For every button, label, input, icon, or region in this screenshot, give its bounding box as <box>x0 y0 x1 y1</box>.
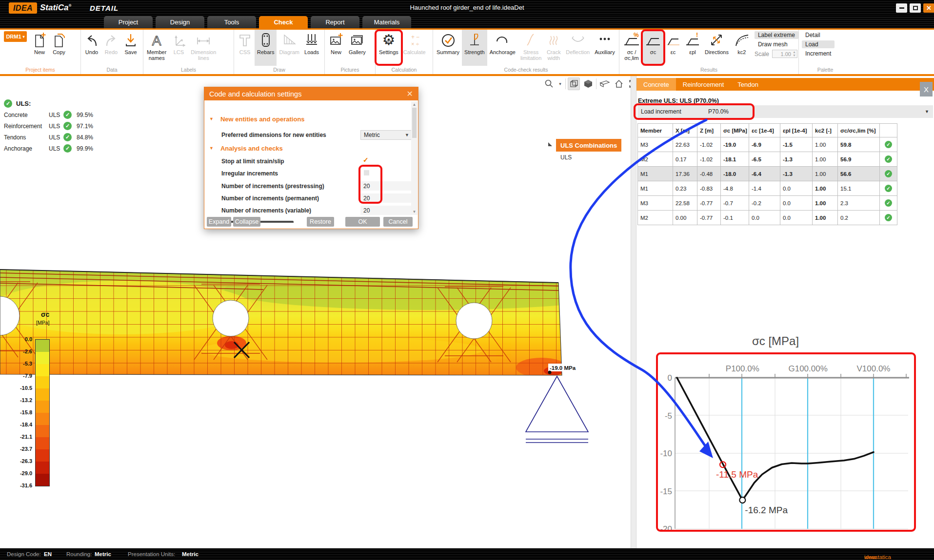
summary-row-anchorage[interactable]: AnchorageULS ✓99.9% <box>4 144 106 153</box>
group-code-check: Summary Strength Anchorage Stress limita… <box>433 30 619 74</box>
ribbon-item-undo[interactable]: Undo <box>82 30 101 66</box>
uls-combinations-badge[interactable]: ULS Combinations <box>556 139 621 152</box>
collapse-button[interactable]: Collapse <box>233 217 260 227</box>
expand-triangle-icon[interactable] <box>548 142 552 146</box>
table-cell: 0.2 <box>838 211 880 225</box>
tab-tools[interactable]: Tools <box>207 16 256 28</box>
fit-view-button[interactable] <box>627 77 631 90</box>
ribbon-item-member-names[interactable]: A Member names <box>144 30 169 66</box>
maximize-button[interactable] <box>910 3 921 13</box>
cancel-button[interactable]: Cancel <box>383 217 413 227</box>
section-analysis-checks[interactable]: ▼Analysis and checks <box>209 145 283 152</box>
palette-increment[interactable]: Increment <box>802 50 835 58</box>
ribbon-item-css[interactable]: CSS <box>235 30 255 66</box>
table-row[interactable]: M10.23-0.83-4.8-1.40.01.0015.1✓ <box>638 181 897 196</box>
scale-unit: [MPa] <box>36 320 50 326</box>
ribbon-item-crack-width[interactable]: Crack width <box>544 30 563 66</box>
ribbon-item-dimension-lines[interactable]: Dimension lines <box>188 30 219 66</box>
ribbon-item-stress-limitation[interactable]: Stress limitation <box>518 30 544 66</box>
tab-check[interactable]: Check <box>259 16 308 28</box>
zoom-dropdown[interactable]: ▾ <box>557 77 563 90</box>
ribbon-item-settings[interactable]: ⚙</> Settings <box>377 30 401 66</box>
restore-button[interactable]: Restore <box>307 217 334 227</box>
ribbon-item-loads[interactable]: Loads <box>302 30 321 66</box>
table-cell: 2.3 <box>838 196 880 211</box>
irregular-increments-checkbox[interactable] <box>364 170 369 175</box>
ribbon-item-new[interactable]: New <box>30 30 49 66</box>
tab-tendon[interactable]: Tendon <box>731 78 765 91</box>
ribbon-item-kc2[interactable]: kc2 <box>731 30 753 66</box>
ribbon-item-sigma-c[interactable]: σc <box>643 30 663 66</box>
table-cell: 56.6 <box>838 167 880 181</box>
table-row[interactable]: M322.63-1.02-19.0-6.9-1.51.0059.8✓ <box>638 137 897 152</box>
tab-project[interactable]: Project <box>104 16 153 28</box>
ribbon-item-auxiliary[interactable]: Auxiliary <box>592 30 617 66</box>
ribbon-item-strength[interactable]: Strength <box>462 30 487 66</box>
table-row[interactable]: M20.00-0.77-0.10.00.01.000.2✓ <box>638 211 897 225</box>
chart-close-button[interactable]: X <box>920 82 933 97</box>
palette-detail[interactable]: Detail <box>802 31 835 39</box>
rounding-value: Metric <box>95 551 111 557</box>
section-new-entities[interactable]: ▼New entities and operations <box>209 116 305 123</box>
close-button[interactable]: ✕ <box>923 3 934 13</box>
palette-load[interactable]: Load <box>802 40 835 48</box>
summary-row-concrete[interactable]: ConcreteULS ✓99.5% <box>4 111 106 119</box>
preferred-dimensions-select[interactable]: Metric▼ <box>360 130 413 140</box>
results-panel: Concrete Reinforcement Tendon Extreme UL… <box>636 76 934 548</box>
model-canvas[interactable]: σc [MPa] -19.0 MPa ▾ <box>0 76 631 548</box>
ribbon-item-summary[interactable]: Summary <box>434 30 462 66</box>
wireframe-view-button[interactable] <box>568 77 580 90</box>
table-cell: -0.77 <box>697 196 721 211</box>
ribbon-item-directions[interactable]: Directions <box>702 30 731 66</box>
dialog-close-icon[interactable]: ✕ <box>407 89 413 98</box>
inc-prestressing-input[interactable]: 20 <box>360 181 413 191</box>
ribbon-item-diagram[interactable]: Diagram <box>277 30 302 66</box>
ok-button[interactable]: OK <box>345 217 380 227</box>
tab-concrete[interactable]: Concrete <box>636 78 676 91</box>
zoom-tool-button[interactable] <box>543 77 555 90</box>
ribbon-item-copy[interactable]: Copy <box>49 30 69 66</box>
load-increment-select[interactable]: Load increment P70.0% ▼ <box>637 105 933 118</box>
ribbon-item-deflection[interactable]: Deflection <box>563 30 592 66</box>
tab-materials[interactable]: Materials <box>362 16 411 28</box>
ribbon-item-anchorage[interactable]: Anchorage <box>487 30 518 66</box>
design-code-label: Design Code: <box>7 551 41 557</box>
dialog-scrollbar[interactable]: ▲▼ <box>411 101 417 215</box>
ribbon-item-lcs[interactable]: LCS <box>169 30 188 66</box>
home-view-button[interactable] <box>613 77 625 90</box>
expand-button[interactable]: Expand <box>207 217 231 227</box>
ribbon-item-sigma-ratio[interactable]: % σc / σc,lim <box>620 30 643 66</box>
dialog-title-bar[interactable]: Code and calculation settings ✕ <box>204 87 418 100</box>
inc-variable-input[interactable]: 20 <box>360 206 413 215</box>
scale-spinner[interactable]: 1.00▲▼ <box>772 50 797 58</box>
collapse-triangle-icon[interactable]: ▼ <box>209 116 214 121</box>
ribbon-item-eps-pl[interactable]: ! εpl <box>683 30 702 66</box>
ribbon-item-redo[interactable]: Redo <box>101 30 121 66</box>
panel-divider[interactable] <box>631 76 636 548</box>
uls-combination-item[interactable]: ULS <box>560 154 572 161</box>
table-row-selected[interactable]: M117.36-0.48-18.0-6.4-1.31.0056.6✓ <box>638 167 897 181</box>
ribbon-item-rebars[interactable]: Rebars <box>255 30 277 66</box>
summary-row-reinforcement[interactable]: ReinforcementULS ✓97.1% <box>4 122 106 130</box>
stop-limit-checkbox[interactable]: ✓ <box>363 156 369 164</box>
solid-view-button[interactable] <box>582 77 594 90</box>
ribbon-item-calculate[interactable]: +−×÷ Calculate <box>401 30 428 66</box>
summary-row-tendons[interactable]: TendonsULS ✓84.8% <box>4 133 106 141</box>
ribbon-item-eps-c[interactable]: εc <box>663 30 683 66</box>
table-row[interactable]: M20.17-1.02-18.1-6.5-1.31.0056.9✓ <box>638 152 897 167</box>
label-extreme-toggle[interactable]: Label extreme <box>755 31 798 39</box>
tab-report[interactable]: Report <box>311 16 359 28</box>
minimize-button[interactable] <box>896 3 907 13</box>
tab-design[interactable]: Design <box>156 16 204 28</box>
table-cell: -18.1 <box>721 152 749 167</box>
table-row[interactable]: M322.58-0.77-0.7-0.20.01.002.3✓ <box>638 196 897 211</box>
ribbon-item-gallery[interactable]: Gallery <box>346 30 368 66</box>
ribbon-item-picture-new[interactable]: New <box>326 30 346 66</box>
tab-reinforcement[interactable]: Reinforcement <box>676 78 731 91</box>
section-view-button[interactable] <box>598 77 611 90</box>
draw-mesh-toggle[interactable]: Draw mesh <box>755 40 798 48</box>
drm-dropdown[interactable]: DRM1▾ <box>4 31 27 42</box>
ribbon-item-save[interactable]: Save <box>121 30 140 66</box>
inc-permanent-input[interactable]: 20 <box>360 193 413 203</box>
collapse-triangle-icon[interactable]: ▼ <box>209 146 214 151</box>
